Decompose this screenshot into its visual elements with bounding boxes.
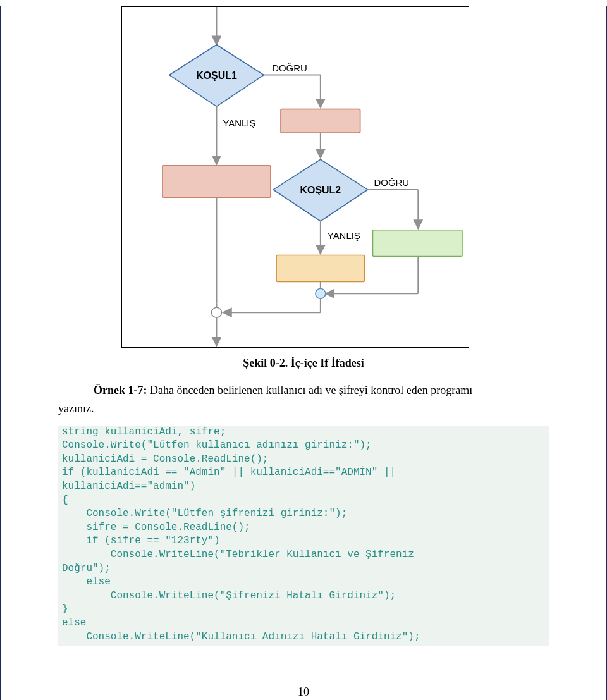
box-left	[162, 166, 271, 197]
kosul2-diamond: KOŞUL2	[273, 159, 367, 221]
box-topright	[281, 109, 360, 133]
kosul1-label: KOŞUL1	[196, 70, 237, 81]
yanlis1-label: YANLIŞ	[223, 118, 255, 128]
kosul2-label: KOŞUL2	[300, 185, 341, 195]
dogru2-label: DOĞRU	[374, 177, 410, 188]
page: KOŞUL1 DOĞRU YANLIŞ K	[0, 6, 607, 700]
example-title: Örnek 1-7:	[94, 384, 147, 396]
example-paragraph: Örnek 1-7: Daha önceden belirlenen kulla…	[58, 381, 549, 418]
figure-border: KOŞUL1 DOĞRU YANLIŞ K	[121, 6, 469, 348]
yanlis2-label: YANLIŞ	[328, 230, 360, 241]
example-text2: yazınız.	[58, 402, 94, 415]
dogru1-label: DOĞRU	[272, 63, 307, 73]
figure-container: KOŞUL1 DOĞRU YANLIŞ K	[121, 6, 549, 348]
page-number: 10	[1, 685, 606, 699]
flowchart-svg: KOŞUL1 DOĞRU YANLIŞ K	[122, 7, 469, 347]
merge-left-circle	[211, 307, 221, 317]
figure-caption: Şekil 0-2. İç-içe If İfadesi	[58, 357, 549, 370]
kosul1-diamond: KOŞUL1	[169, 45, 264, 107]
box-orange	[276, 255, 364, 282]
merge-mid-circle	[316, 288, 326, 298]
code-block: string kullaniciAdi, sifre; Console.Writ…	[58, 426, 549, 646]
box-green	[373, 230, 462, 257]
example-text1: Daha önceden belirlenen kullanıcı adı ve…	[147, 384, 473, 396]
